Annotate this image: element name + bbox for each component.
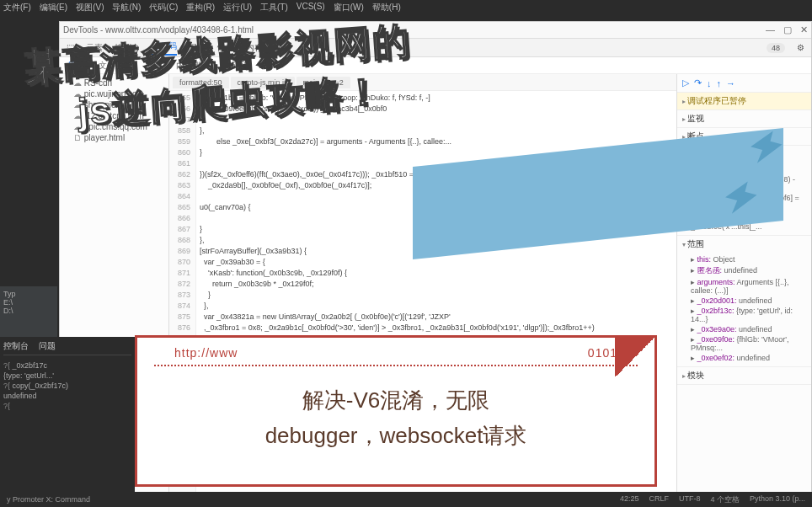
scope-variable[interactable]: ▸ this: Object [691, 254, 806, 264]
status-eol[interactable]: CRLF [649, 494, 669, 505]
scope-section[interactable]: 范围 ▸ this: Object▸ 匿名函: undefined▸ argum… [677, 236, 811, 367]
paused-banner: 调试程序已暂停 [677, 93, 811, 110]
tree-item[interactable]: player.html [61, 132, 167, 143]
step-icon[interactable]: → [726, 78, 735, 88]
menu-file[interactable]: 文件(F) [3, 2, 31, 13]
note-card: http://www 0101 解决-V6混淆，无限 debugger，webs… [135, 335, 657, 487]
console-tab[interactable]: 控制台 [3, 340, 29, 352]
maximize-icon[interactable]: ▢ [783, 24, 792, 35]
menu-code[interactable]: 代码(C) [149, 2, 178, 13]
menu-refactor[interactable]: 重构(R) [186, 2, 215, 13]
scope-variable[interactable]: ▸ arguments: Arguments [{..}, callee: (.… [691, 277, 806, 296]
console-line: {type: 'getUrl...' [3, 371, 131, 381]
menu-run[interactable]: 运行(U) [223, 2, 252, 13]
close-icon[interactable]: ✕ [800, 24, 808, 35]
menu-nav[interactable]: 导航(N) [112, 2, 141, 13]
issues-tab[interactable]: 问题 [39, 340, 56, 352]
scope-variable[interactable]: ▸ _0x20d001: undefined [691, 296, 806, 306]
note-line1: 解决-V6混淆，无限 [154, 383, 638, 419]
console-line: copy(_0x2bf17c) [13, 382, 69, 390]
menu-vcs[interactable]: VCS(S) [296, 2, 325, 13]
debug-toolbar: ▷ ↷ ↓ ↑ → [677, 74, 811, 93]
scope-variable[interactable]: ▸ _0xe0ef02: undefined [691, 353, 806, 363]
issues-badge[interactable]: 48 [767, 43, 785, 53]
menu-edit[interactable]: 编辑(E) [40, 2, 67, 13]
note-hdr-left: http://www [174, 346, 238, 360]
note-header: http://www 0101 [154, 338, 638, 366]
note-line2: debugger，websocket请求 [154, 419, 638, 454]
ide-side-line: Typ [3, 290, 54, 298]
console-tabs: 控制台 问题 [3, 340, 131, 355]
resume-icon[interactable]: ▷ [682, 77, 689, 88]
scope-variable[interactable]: ▸ _0x3e9a0e: undefined [691, 324, 806, 334]
menu-window[interactable]: 窗口(W) [334, 2, 364, 13]
scope-list: ▸ this: Object▸ 匿名函: undefined▸ argument… [677, 253, 811, 366]
scope-header[interactable]: 范围 [677, 236, 811, 253]
status-right: 42:25 CRLF UTF-8 4 个空格 Python 3.10 (p... [620, 494, 805, 505]
status-interpreter[interactable]: Python 3.10 (p... [750, 494, 805, 505]
console-panel: 控制台 问题 ?{ _0x2bf17c {type: 'getUrl...' ?… [0, 337, 135, 493]
ide-side-line: E:\ [3, 298, 54, 307]
paused-label: 调试程序已暂停 [677, 93, 811, 109]
ide-menubar: 文件(F) 编辑(E) 视图(V) 导航(N) 代码(C) 重构(R) 运行(U… [3, 2, 401, 13]
modules-section[interactable]: 模块 [677, 367, 811, 385]
status-encoding[interactable]: UTF-8 [679, 494, 701, 505]
ide-side-panel: Typ E:\ D:\ [0, 286, 57, 337]
minimize-icon[interactable]: — [766, 24, 775, 35]
window-buttons: — ▢ ✕ [766, 24, 808, 35]
menu-view[interactable]: 视图(V) [76, 2, 104, 13]
console-line: undefined [3, 391, 131, 401]
settings-icon[interactable]: ⚙ [797, 43, 804, 52]
step-out-icon[interactable]: ↑ [717, 78, 722, 88]
scope-variable[interactable]: ▸ 匿名函: undefined [691, 264, 806, 277]
scope-variable[interactable]: ▸ _0x2bf13c: {type: 'getUrl', id: 14...} [691, 306, 806, 324]
menu-tools[interactable]: 工具(T) [260, 2, 288, 13]
status-indent[interactable]: 4 个空格 [710, 494, 740, 505]
step-into-icon[interactable]: ↓ [707, 78, 712, 88]
status-bar: y Promoter X: Command 42:25 CRLF UTF-8 4… [0, 492, 812, 507]
status-cursor: 42:25 [620, 494, 639, 505]
console-line: _0x2bf17c [13, 361, 48, 370]
watch-header[interactable]: 监视 [677, 110, 811, 127]
ide-side-line: D:\ [3, 307, 54, 315]
note-body: 解决-V6混淆，无限 debugger，websocket请求 [137, 366, 654, 470]
status-left: y Promoter X: Command [7, 495, 90, 504]
note-hdr-right: 0101 [588, 346, 617, 360]
scope-variable[interactable]: ▸ _0xe09f0e: {fhlGb: 'VMoor', PMnsq:... [691, 334, 806, 353]
step-over-icon[interactable]: ↷ [694, 77, 702, 88]
menu-help[interactable]: 帮助(H) [372, 2, 401, 13]
modules-header[interactable]: 模块 [677, 367, 811, 384]
watch-section[interactable]: 监视 [677, 110, 811, 128]
